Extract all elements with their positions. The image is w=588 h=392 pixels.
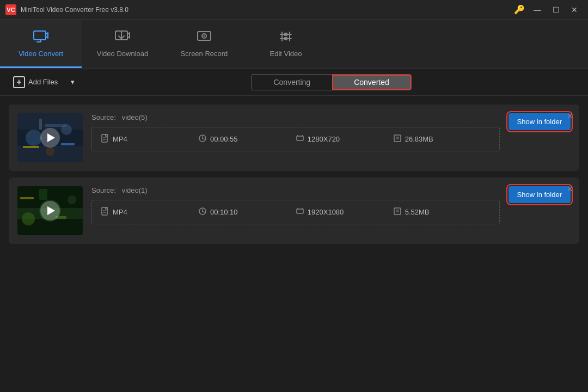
play-button-2[interactable] [40, 201, 60, 220]
tab-screen-record-label: Screen Record [181, 50, 228, 58]
format-icon-1 [101, 134, 109, 144]
show-folder-button-1[interactable]: Show in folder [509, 113, 571, 130]
card-source-2: Source: video(1) [91, 186, 500, 194]
maximize-button[interactable]: ☐ [548, 3, 564, 16]
resolution-value-2: 1920X1080 [308, 208, 344, 216]
svg-rect-39 [106, 207, 107, 209]
file-duration-1: 00:00:55 [198, 134, 296, 144]
video-convert-icon [33, 29, 49, 46]
converted-tab[interactable]: Converted [332, 75, 411, 90]
card-content-1: Source: video(5) MP4 [91, 113, 500, 151]
svg-rect-23 [297, 136, 303, 140]
duration-value-1: 00:00:55 [210, 135, 238, 143]
file-duration-2: 00:10:10 [198, 207, 296, 217]
tab-video-convert-label: Video Convert [19, 50, 63, 58]
source-value-2: video(1) [122, 186, 148, 194]
add-files-icon: + [13, 76, 25, 88]
format-value-1: MP4 [113, 135, 127, 143]
app-title: MiniTool Video Converter Free v3.8.0 [21, 6, 514, 14]
svg-rect-26 [394, 135, 401, 142]
duration-icon-1 [198, 134, 207, 144]
close-card-button-1[interactable]: × [567, 111, 573, 121]
format-value-2: MP4 [113, 208, 127, 216]
resolution-icon-2 [296, 207, 304, 217]
video-download-icon [114, 29, 131, 46]
svg-line-22 [203, 138, 204, 139]
file-resolution-2: 1920X1080 [296, 207, 393, 217]
resolution-icon-1 [296, 134, 304, 144]
size-value-2: 5.52MB [405, 208, 430, 216]
duration-icon-2 [198, 207, 207, 217]
svg-rect-5 [284, 33, 287, 36]
file-info-box-1: MP4 00:00:55 [91, 127, 500, 151]
nav-tabs: Video Convert Video Download Screen Reco… [0, 20, 588, 69]
window-controls: — ☐ ✕ [529, 3, 583, 16]
file-format-2: MP4 [101, 207, 198, 217]
svg-rect-6 [284, 37, 287, 40]
key-icon: 🔑 [514, 4, 525, 15]
file-resolution-1: 1280X720 [296, 134, 393, 144]
close-card-button-2[interactable]: × [567, 184, 573, 194]
file-size-2: 5.52MB [393, 207, 491, 217]
card-source-1: Source: video(5) [91, 113, 500, 121]
file-info-box-2: MP4 00:10:10 [91, 200, 500, 224]
close-button[interactable]: ✕ [566, 3, 583, 16]
tab-video-convert[interactable]: Video Convert [0, 20, 82, 68]
add-files-button[interactable]: + Add Files [9, 74, 62, 90]
resolution-value-1: 1280X720 [308, 135, 340, 143]
main-content: Source: video(5) MP4 [0, 96, 588, 392]
duration-value-2: 00:10:10 [210, 208, 238, 216]
minimize-button[interactable]: — [529, 3, 546, 16]
source-label-2: Source: [91, 186, 116, 194]
svg-rect-17 [106, 134, 107, 136]
svg-rect-48 [394, 208, 401, 215]
show-folder-button-2[interactable]: Show in folder [509, 186, 571, 203]
title-bar: VC MiniTool Video Converter Free v3.8.0 … [0, 0, 588, 20]
tab-video-download[interactable]: Video Download [82, 20, 163, 68]
tab-edit-video[interactable]: Edit Video [245, 20, 327, 68]
card-content-2: Source: video(1) MP4 [91, 186, 500, 224]
file-size-1: 26.83MB [393, 134, 491, 144]
add-files-dropdown[interactable]: ▾ [68, 76, 78, 88]
file-card-1: Source: video(5) MP4 [9, 105, 579, 171]
thumbnail-1 [17, 113, 83, 162]
size-icon-2 [393, 207, 402, 217]
tab-screen-record[interactable]: Screen Record [163, 20, 245, 68]
thumbnail-2 [17, 186, 83, 235]
converting-tab[interactable]: Converting [252, 75, 332, 90]
play-button-1[interactable] [40, 128, 60, 148]
screen-record-icon [196, 29, 212, 46]
size-icon-1 [393, 134, 402, 144]
toolbar: + Add Files ▾ Converting Converted [0, 69, 588, 96]
app-icon: VC [5, 4, 16, 15]
convert-tab-switcher: Converting Converted [251, 74, 411, 90]
svg-rect-45 [297, 209, 303, 213]
file-format-1: MP4 [101, 134, 198, 144]
edit-video-icon [278, 29, 294, 46]
add-files-label: Add Files [28, 78, 58, 86]
file-card-2: Source: video(1) MP4 [9, 177, 579, 244]
svg-line-44 [203, 211, 204, 212]
tab-video-download-label: Video Download [97, 50, 148, 58]
tab-edit-video-label: Edit Video [270, 50, 302, 58]
source-label-1: Source: [91, 113, 116, 121]
format-icon-2 [101, 207, 109, 217]
svg-point-4 [204, 35, 205, 36]
size-value-1: 26.83MB [405, 135, 433, 143]
source-value-1: video(5) [122, 113, 148, 121]
svg-rect-0 [34, 31, 46, 40]
